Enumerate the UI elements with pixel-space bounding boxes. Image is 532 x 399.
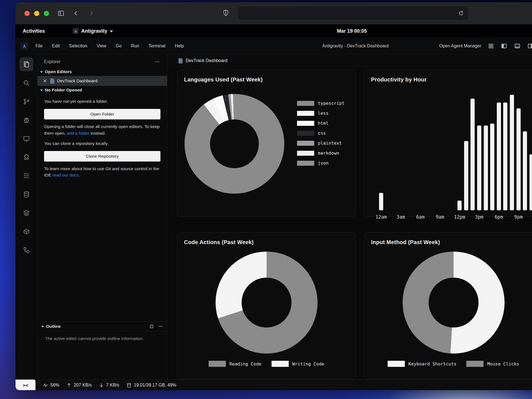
database-icon[interactable] [19,187,33,201]
panel-right-icon[interactable] [527,43,532,49]
menu-run[interactable]: Run [131,44,139,48]
menu-view[interactable]: View [97,44,106,48]
collapse-all-icon[interactable] [149,324,154,329]
shield-icon[interactable] [223,9,229,17]
close-window-button[interactable] [24,11,30,16]
legend-item: Mouse Clicks [466,361,519,367]
git-note-text-2: . [79,173,80,177]
no-folder-label: No Folder Opened [45,88,82,93]
upload-value: 207 KB/s [74,383,92,388]
clock[interactable]: Mar 19 00:05 [337,28,367,34]
menu-terminal[interactable]: Terminal [149,44,165,48]
debug-icon[interactable] [19,113,33,127]
traffic-lights [24,11,49,16]
legend-label: json [318,160,329,166]
checklist-icon[interactable] [19,169,33,183]
open-folder-note: Opening a folder will close all currentl… [37,119,167,136]
antigravity-logo-icon [21,42,28,50]
open-editor-label: DevTrack Dashboard [57,78,98,83]
menu-help[interactable]: Help [175,44,184,48]
bar [484,126,488,210]
bar [464,141,468,210]
disk-usage[interactable]: 19.01/39.17 GB, 49% [126,383,176,388]
tab-devtrack-dashboard[interactable]: DevTrack Dashboard [167,58,227,63]
cpu-value: 56% [50,383,59,388]
clone-repository-button[interactable]: Clone Repository [44,151,160,162]
back-icon[interactable] [73,10,80,17]
card-input-method: Input Method (Past Week) Keyboard Shortc… [364,232,532,379]
legend-swatch [297,151,314,156]
ide-main: Explorer ⋯ Open Editors ✕ DevTrack Dashb… [16,55,532,379]
explorer-more-actions[interactable]: ⋯ [155,59,160,64]
outline-header[interactable]: Outline ⋯ [37,322,167,331]
refresh-icon[interactable] [458,10,464,16]
x-tick-label: 9pm [514,214,523,220]
legend-swatch [297,161,314,166]
zoom-window-button[interactable] [44,11,49,16]
minimize-window-button[interactable] [34,11,39,16]
menubar-right-controls: Open Agent Manager [439,43,532,49]
bar [379,193,383,210]
donut-hole [242,278,291,328]
url-input[interactable] [238,11,458,16]
legend-label: Reading Code [229,361,262,367]
chart-title: Input Method (Past Week) [371,239,532,245]
network-download[interactable]: 7 KB/s [99,383,119,388]
arrow-down-icon [99,383,104,388]
panel-bottom-icon[interactable] [514,43,521,49]
legend-item: Reading Code [209,361,262,367]
remote-indicator[interactable]: >< [16,380,35,390]
x-tick-label: 3pm [475,214,484,220]
legend-swatch [297,131,314,136]
open-agent-manager-button[interactable]: Open Agent Manager [439,44,481,48]
flow-icon[interactable] [19,243,33,257]
panel-left-icon[interactable] [501,43,507,49]
chart-title: Languages Used (Past Week) [184,76,349,83]
grid-icon[interactable] [488,43,494,49]
package-icon[interactable] [19,224,33,238]
close-editor-icon[interactable]: ✕ [43,78,47,84]
app-mini-icon [73,28,79,34]
search-icon[interactable] [19,76,33,90]
open-editor-item[interactable]: ✕ DevTrack Dashboard [37,76,167,86]
editor-area: DevTrack Dashboard [167,55,532,379]
bar [477,126,481,210]
no-folder-section[interactable]: No Folder Opened [37,86,167,94]
code-actions-donut-chart [216,252,318,354]
activities-button[interactable]: Activities [23,28,45,34]
network-upload[interactable]: 207 KB/s [66,383,92,388]
status-bar: >< 56% 207 KB/s 7 KB/s 19.01/39.17 GB, 4… [16,379,532,390]
menu-file[interactable]: File [35,44,43,48]
vm-browser-window: Activities Antigravity Mar 19 00:05 File… [16,2,532,390]
legend-item: markdown [297,150,344,156]
sidebar-toggle-icon[interactable] [57,10,65,17]
input-method-legend: Keyboard ShortcutsMouse Clicks [371,361,532,367]
menu-go[interactable]: Go [116,44,122,48]
menu-selection[interactable]: Selection [69,44,87,48]
ide-menubar: File Edit Selection View Go Run Terminal… [16,38,532,55]
legend-item: less [297,111,344,116]
legend-label: html [318,121,329,126]
x-tick-label: 6am [416,214,425,220]
bar [497,103,501,210]
layers-icon[interactable] [19,206,33,220]
open-editors-label: Open Editors [45,69,72,74]
legend-item: plaintext [297,140,344,146]
extensions-icon[interactable] [19,150,33,164]
open-editors-section[interactable]: Open Editors [37,68,167,76]
remote-explorer-icon[interactable] [19,132,33,145]
explorer-icon[interactable] [19,57,33,71]
add-folder-link[interactable]: add a folder [67,131,89,135]
clone-text: You can clone a repository locally. [37,136,167,147]
read-docs-link[interactable]: read our docs [52,173,79,177]
outline-more-actions[interactable]: ⋯ [158,324,163,329]
url-bar[interactable] [238,7,468,20]
open-folder-button[interactable]: Open Folder [44,109,160,119]
forward-icon[interactable] [88,10,94,17]
app-menu[interactable]: Antigravity [73,28,113,34]
menu-edit[interactable]: Edit [52,44,60,48]
donut-hole [210,119,259,168]
source-control-icon[interactable] [19,94,33,108]
donut-hole [429,278,479,328]
cpu-usage[interactable]: 56% [43,382,59,388]
